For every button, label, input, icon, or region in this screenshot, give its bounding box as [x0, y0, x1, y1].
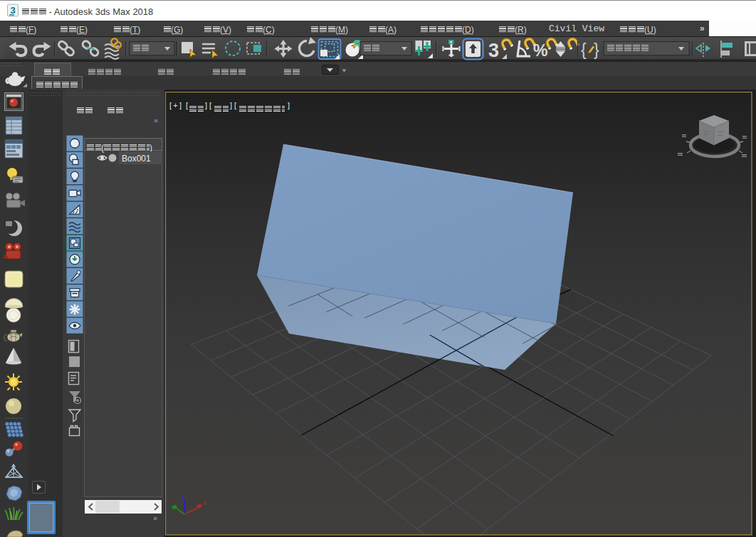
svg-text:}: } — [594, 41, 599, 59]
svg-text:{: { — [581, 41, 587, 59]
svg-text:3: 3 — [10, 5, 15, 16]
svg-text:z: z — [181, 492, 184, 500]
svg-text:%: % — [533, 41, 547, 60]
svg-text:3: 3 — [488, 40, 499, 60]
